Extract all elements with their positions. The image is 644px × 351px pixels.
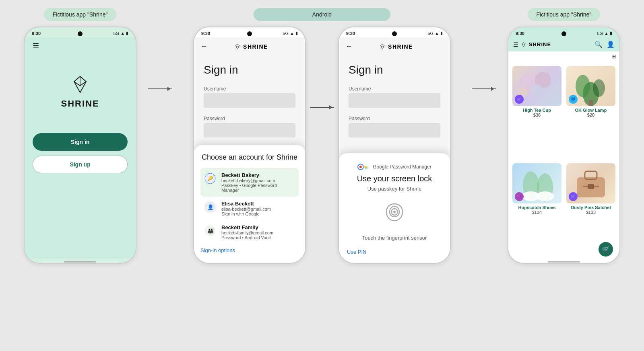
phone-shrine: 9:30 5G ▲ ▮ ☰ SHRINE (24, 27, 136, 264)
arrow-2-container (310, 27, 334, 108)
shrine-app-name: SHRINE (61, 99, 99, 109)
shrine-top-logo-3: SHRINE (379, 43, 413, 50)
product-card-1[interactable]: 🛒 High Tea Cup $36 (510, 63, 564, 160)
network-3: 5G (427, 31, 433, 36)
use-pin-link[interactable]: Use PIN (347, 249, 366, 255)
android-top-bar-3: ← SHRINE (339, 37, 450, 55)
username-input-3[interactable] (349, 93, 440, 108)
product-name-2: OK Glow Lamp (575, 108, 607, 113)
home-indicator-4 (548, 261, 580, 263)
icons-2: 5G ▲ ▮ (283, 31, 298, 36)
chooser-title: Choose an account for Shrine (200, 153, 299, 162)
account-email-3: beckett-family@gmail.com (221, 230, 295, 235)
account-name-1: Beckett Bakery (221, 172, 295, 178)
main-container: Fictitious app "Shrine" 9:30 5G ▲ ▮ ☰ (0, 0, 644, 351)
account-item-2[interactable]: 👤 Elisa Beckett elisa-beckett@gmail.com … (200, 197, 299, 220)
camera-dot-2 (247, 31, 252, 36)
product-badge-4: 🛒 (569, 192, 578, 201)
account-email-1: beckett-bakery@gmail.com (221, 178, 295, 183)
account-item-1[interactable]: 🔑 Beckett Bakery beckett-bakery@gmail.co… (200, 168, 299, 197)
cart-fab[interactable]: 🛒 (599, 242, 613, 257)
menu-icon-4[interactable]: ☰ (513, 41, 518, 48)
account-avatar-3: 👨‍👩‍👧 (204, 224, 217, 237)
svg-rect-24 (589, 100, 593, 106)
account-email-2: elisa-beckett@gmail.com (221, 207, 295, 211)
arrow-2 (310, 107, 334, 108)
password-input-3[interactable] (349, 123, 440, 138)
svg-point-23 (593, 79, 605, 97)
back-arrow-2[interactable]: ← (200, 42, 208, 51)
account-method-3: Password • Android Vault (221, 235, 295, 240)
shrine-small-logo-3 (379, 43, 386, 50)
gpm-key-icon (357, 163, 370, 171)
product-card-3[interactable]: 💜 Hopscotch Shoes $134 (510, 160, 564, 257)
username-label-2: Username (204, 86, 295, 92)
svg-rect-13 (366, 168, 367, 169)
username-input-2[interactable] (204, 93, 295, 108)
camera-dot-3 (392, 31, 397, 36)
signin-button[interactable]: Sign in (33, 133, 128, 151)
account-name-2: Elisa Beckett (221, 201, 295, 207)
product-badge-2: 💙 (569, 95, 578, 104)
account-avatar-1: 🔑 (204, 172, 217, 185)
shrine-top-name-3: SHRINE (388, 43, 413, 50)
time-2: 9:30 (201, 31, 210, 36)
signin-options-link[interactable]: Sign-in options (200, 244, 299, 257)
password-label-2: Password (204, 116, 295, 121)
section-shrine-left: Fictitious app "Shrine" 9:30 5G ▲ ▮ ☰ (12, 8, 148, 264)
product-price-1: $36 (533, 113, 541, 117)
time-1: 9:30 (32, 31, 41, 36)
shrine-logo-area: SHRINE (61, 74, 99, 109)
svg-text:👤: 👤 (207, 204, 214, 211)
svg-point-28 (536, 191, 554, 201)
label-shrine-left: Fictitious app "Shrine" (44, 8, 117, 21)
shrine-logo-small-4 (521, 42, 526, 47)
search-icon-4[interactable]: 🔍 (594, 41, 603, 48)
product-price-3: $134 (532, 210, 542, 215)
filter-row: ⊞ (508, 51, 619, 61)
shrine-nav-left: ☰ SHRINE (513, 41, 551, 48)
phone-shrine-products: 9:30 5G ▲ ▮ ☰ SHRINE (508, 27, 620, 264)
sign-in-title-3: Sign in (349, 64, 440, 76)
svg-rect-32 (588, 184, 594, 189)
arrow-1 (148, 88, 172, 89)
product-img-2: 💙 (566, 66, 615, 106)
phone-screen-lock: 9:30 5G ▲ ▮ ← (338, 27, 451, 264)
svg-point-15 (393, 211, 396, 213)
signal-2: ▲ (290, 31, 294, 36)
phone-signin-chooser: 9:30 5G ▲ ▮ ← (193, 27, 306, 264)
filter-icon[interactable]: ⊞ (611, 53, 616, 60)
product-badge-3: 💜 (515, 192, 524, 201)
product-price-4: $133 (586, 210, 596, 215)
password-input-2[interactable] (204, 123, 295, 138)
hamburger-icon[interactable]: ☰ (33, 41, 39, 50)
time-3: 9:30 (346, 31, 355, 36)
label-shrine-right: Fictitious app "Shrine" (528, 8, 601, 21)
status-bar-1: 9:30 5G ▲ ▮ (25, 27, 136, 37)
network-1: 5G (113, 31, 119, 36)
signup-button[interactable]: Sign up (33, 156, 128, 173)
signal-3: ▲ (435, 31, 439, 36)
svg-point-11 (359, 166, 362, 168)
product-card-4[interactable]: 🛒 Dusty Pink Satchel $133 (564, 160, 618, 257)
account-info-1: Beckett Bakery beckett-bakery@gmail.com … (221, 172, 295, 193)
shrine-top-logo-2: SHRINE (234, 43, 268, 50)
product-card-2[interactable]: 💙 OK Glow Lamp $20 (564, 63, 618, 160)
account-item-3[interactable]: 👨‍👩‍👧 Beckett Family beckett-family@gmai… (200, 220, 299, 244)
touch-fingerprint-text: Touch the fingerprint sensor (347, 235, 442, 241)
profile-icon-4[interactable]: 👤 (607, 41, 615, 48)
shrine-logo-icon (70, 74, 90, 94)
shrine-top-name-2: SHRINE (243, 43, 268, 50)
battery-3: ▮ (440, 31, 443, 36)
shrine-listing-content: ☰ SHRINE 🔍 👤 ⊞ (508, 37, 619, 259)
back-arrow-3[interactable]: ← (345, 42, 353, 51)
account-method-1: Passkey • Google Password Manager (221, 183, 295, 193)
signal-1: ▲ (120, 31, 125, 36)
status-bar-4: 9:30 5G ▲ ▮ (508, 27, 619, 37)
section-android: Android 9:30 5G ▲ ▮ ← (172, 8, 472, 264)
product-name-3: Hopscotch Shoes (518, 205, 556, 210)
network-4: 5G (597, 31, 603, 36)
product-price-2: $20 (587, 113, 594, 117)
product-name-1: High Tea Cup (523, 108, 551, 113)
fingerprint-icon (347, 200, 442, 228)
